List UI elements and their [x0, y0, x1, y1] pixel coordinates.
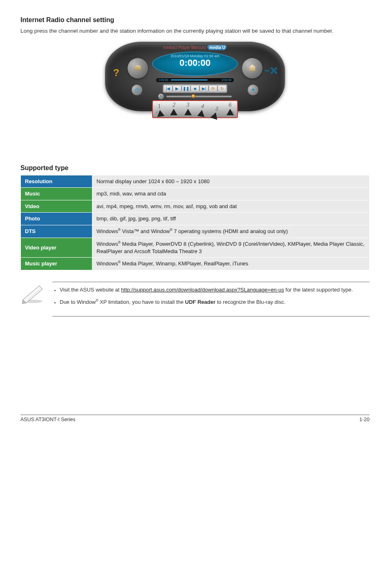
- preset-1: 1: [155, 102, 165, 117]
- row-value: bmp, dib, gif, jpg, jpeg, png, tif, tiff: [92, 213, 370, 225]
- table-row: Video playerWindows® Media Player, Power…: [21, 238, 370, 257]
- internet-icon: @: [132, 85, 142, 95]
- row-value: Windows® Media Player, PowerDVD 8 (Cyber…: [92, 238, 370, 257]
- player-logo-bar: mediaU Player Mercury media U: [163, 45, 226, 50]
- row-header: Photo: [21, 213, 92, 225]
- row-value: mp3, midi, wav, wma and cda: [92, 188, 370, 200]
- preset-5: 5: [211, 105, 222, 120]
- table-row: ResolutionNormal display under 1024 x 60…: [21, 175, 370, 188]
- pause-icon: ❚❚: [182, 85, 191, 92]
- prev-icon: |◀: [164, 85, 173, 92]
- player-logo-badge: media U: [208, 45, 227, 50]
- row-header: Music player: [21, 258, 92, 270]
- row-header: Video player: [21, 238, 92, 257]
- row-value: Windows® Media Player, Winamp, KMPlayer,…: [92, 258, 370, 270]
- preset-strip: ‹ 1 2 3 4 5 6 ›: [152, 100, 238, 118]
- preset-3: 3: [184, 102, 192, 115]
- help-icon: ?: [113, 67, 119, 79]
- section-internet-radio-body: Long press the channel number and the st…: [20, 27, 370, 35]
- close-icon: [264, 67, 278, 74]
- table-row: Musicmp3, midi, wav, wma and cda: [21, 188, 370, 200]
- speaker-icon: 🔊: [158, 94, 164, 99]
- table-row: Videoavi, mp4, mpeg, rmvb, wmv, rm, mov,…: [21, 200, 370, 213]
- preset-4: 4: [197, 102, 207, 117]
- section-internet-radio-heading: Internet Radio channel setting: [20, 16, 370, 24]
- player-display: 2010/01/18 Monday 01:58 am 0:00:00: [152, 52, 238, 76]
- preset-2: 2: [170, 102, 177, 115]
- stop-icon: ■: [191, 85, 199, 92]
- elapsed-time: 0:00:00: [159, 79, 168, 81]
- row-value: Windows® Vista™ and Window® 7 operating …: [92, 225, 370, 238]
- remaining-time: 0:00:00: [222, 79, 231, 81]
- footer-right: 1-20: [359, 417, 370, 422]
- note-pencil-icon: [20, 282, 45, 305]
- player-illustration: mediaU Player Mercury media U 2010/01/18…: [20, 42, 370, 136]
- volume-row: 🔊: [158, 94, 232, 99]
- sync-icon: ✚: [248, 85, 258, 95]
- row-header: Resolution: [21, 175, 92, 188]
- note-body: Visit the ASUS website at http://support…: [52, 282, 370, 316]
- home-knob-icon: [242, 58, 262, 79]
- footer-left: ASUS AT3IONT-I Series: [20, 417, 76, 422]
- list-item: Due to Window® XP limitation, you have t…: [60, 298, 370, 306]
- transport-controls: |◀ ▶ ❚❚ ■ ▶| ⟳ ↻: [163, 84, 227, 93]
- table-row: Music playerWindows® Media Player, Winam…: [21, 258, 370, 270]
- player-main-time: 0:00:00: [153, 58, 237, 68]
- list-item: Visit the ASUS website at http://support…: [60, 286, 370, 294]
- row-header: DTS: [21, 225, 92, 238]
- progress-bar: 0:00:00 0:00:00: [156, 78, 234, 82]
- row-header: Music: [21, 188, 92, 200]
- play-icon: ▶: [173, 85, 182, 92]
- row-value: avi, mp4, mpeg, rmvb, wmv, rm, mov, asf,…: [92, 200, 370, 213]
- next-icon: ▶|: [199, 85, 208, 92]
- page-footer: ASUS AT3IONT-I Series 1-20: [20, 415, 370, 422]
- row-value: Normal display under 1024 x 600 – 1920 x…: [92, 175, 370, 188]
- supported-type-table: ResolutionNormal display under 1024 x 60…: [20, 175, 370, 270]
- section-supported-heading: Supported type: [20, 164, 370, 172]
- record-icon: ⟳: [208, 85, 217, 92]
- settings-knob-icon: [128, 58, 148, 79]
- table-row: Photobmp, dib, gif, jpg, jpeg, png, tif,…: [21, 213, 370, 225]
- row-header: Video: [21, 200, 92, 213]
- player-logo-prefix: mediaU Player Mercury: [163, 45, 206, 50]
- refresh-icon: ↻: [217, 85, 226, 92]
- table-row: DTSWindows® Vista™ and Window® 7 operati…: [21, 225, 370, 238]
